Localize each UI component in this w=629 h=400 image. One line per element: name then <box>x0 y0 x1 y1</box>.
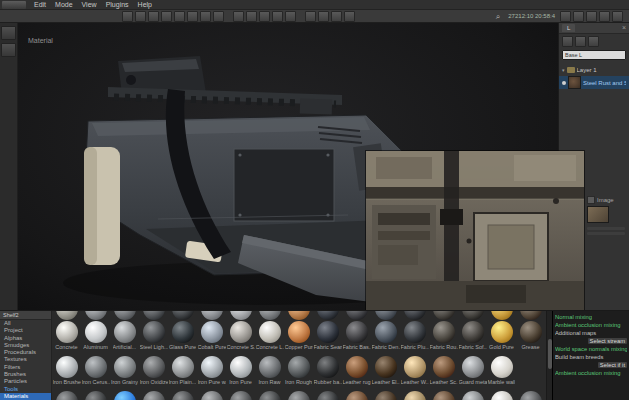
material-fabric-seam[interactable]: Fabric Seam... <box>313 321 342 350</box>
material-fabric-plu[interactable]: Fabric Plu... <box>400 321 429 350</box>
material-swatch-partial[interactable] <box>52 311 81 320</box>
material-leather-el[interactable]: Leather El... <box>371 356 400 385</box>
material-swatch-partial[interactable] <box>458 391 487 400</box>
material-iron-rough[interactable]: Iron Rough <box>284 356 313 385</box>
material-grease[interactable]: Grease <box>516 321 545 350</box>
material-guard-metal[interactable]: Guard metal <box>458 356 487 385</box>
material-marble-wall[interactable]: Marble wall <box>487 356 516 385</box>
snapshot-icon[interactable] <box>573 11 584 22</box>
material-fabric-sof[interactable]: Fabric Sof... <box>458 321 487 350</box>
menu-edit[interactable]: Edit <box>34 0 46 10</box>
material-swatch-partial[interactable] <box>197 391 226 400</box>
material-swatch-partial[interactable] <box>342 311 371 320</box>
material-swatch-partial[interactable] <box>226 311 255 320</box>
material-fabric-bas[interactable]: Fabric Bas... <box>342 321 371 350</box>
material-swatch-partial[interactable] <box>81 311 110 320</box>
menu-arrow-icon[interactable] <box>612 11 623 22</box>
shelf-item-materials[interactable]: Materials <box>0 393 51 400</box>
material-fabric-den[interactable]: Fabric Den... <box>371 321 400 350</box>
transform-tool[interactable] <box>1 26 16 40</box>
material-swatch-partial[interactable] <box>516 391 545 400</box>
material-copper-pure[interactable]: Copper Pure <box>284 321 313 350</box>
add-layer-icon[interactable] <box>562 36 573 47</box>
select-icon[interactable] <box>122 11 133 22</box>
tab-layers[interactable]: L <box>562 24 575 32</box>
remove-layer-icon[interactable] <box>588 36 599 47</box>
material-iron-oxidized[interactable]: Iron Oxidized <box>139 356 168 385</box>
reference-image-panel[interactable] <box>366 151 584 310</box>
material-iron-grainy[interactable]: Iron Grainy <box>110 356 139 385</box>
shelf-item-procedurals[interactable]: Procedurals <box>0 349 51 356</box>
shelf-item-project[interactable]: Project <box>0 327 51 334</box>
material-swatch-partial[interactable] <box>371 391 400 400</box>
menu-plugins[interactable]: Plugins <box>106 0 129 10</box>
fill-icon[interactable] <box>285 11 296 22</box>
expander-icon[interactable]: ▾ <box>562 67 565 73</box>
warp-icon[interactable] <box>174 11 185 22</box>
pin-icon[interactable] <box>187 11 198 22</box>
shelf-item-textures[interactable]: Textures <box>0 356 51 363</box>
panel-close-icon[interactable]: × <box>622 24 626 32</box>
material-swatch-partial[interactable] <box>429 391 458 400</box>
pen-icon[interactable] <box>586 11 597 22</box>
material-iron-pure-w[interactable]: Iron Pure w... <box>197 356 226 385</box>
add-group-icon[interactable] <box>575 36 586 47</box>
material-swatch-partial[interactable] <box>110 311 139 320</box>
material-swatch-partial[interactable] <box>284 311 313 320</box>
scale-icon[interactable] <box>161 11 172 22</box>
material-swatch-partial[interactable] <box>255 311 284 320</box>
material-swatch-partial[interactable] <box>429 311 458 320</box>
material-swatch-partial[interactable] <box>487 391 516 400</box>
eraser-icon[interactable] <box>246 11 257 22</box>
shelf-item-particles[interactable]: Particles <box>0 378 51 385</box>
symmetry-icon[interactable] <box>200 11 211 22</box>
mask-icon[interactable] <box>318 11 329 22</box>
material-swatch-partial[interactable] <box>458 311 487 320</box>
visibility-icon[interactable] <box>562 81 566 85</box>
shelf-item-tools[interactable]: Tools <box>0 386 51 393</box>
material-swatch-partial[interactable] <box>197 311 226 320</box>
material-swatch-partial[interactable] <box>516 311 545 320</box>
monitor-icon[interactable] <box>599 11 610 22</box>
material-rubber-ba[interactable]: Rubber ba... <box>313 356 342 385</box>
material-swatch-partial[interactable] <box>255 391 284 400</box>
cut-icon[interactable] <box>213 11 224 22</box>
move-icon[interactable] <box>135 11 146 22</box>
material-concrete[interactable]: Concrete <box>52 321 81 350</box>
material-swatch-partial[interactable] <box>168 391 197 400</box>
material-aluminum[interactable]: Aluminum <box>81 321 110 350</box>
material-leather-w[interactable]: Leather W... <box>400 356 429 385</box>
material-swatch-partial[interactable] <box>110 391 139 400</box>
material-swatch-partial[interactable] <box>400 391 429 400</box>
image-thumbnail[interactable] <box>587 206 609 223</box>
material-fabric-rou[interactable]: Fabric Rou... <box>429 321 458 350</box>
paint-tool[interactable] <box>1 43 16 57</box>
material-swatch-partial[interactable] <box>81 391 110 400</box>
material-artificial[interactable]: Artificial... <box>110 321 139 350</box>
grid-icon[interactable] <box>560 11 571 22</box>
menu-help[interactable]: Help <box>138 0 152 10</box>
material-swatch-partial[interactable] <box>371 311 400 320</box>
material-iron-raw[interactable]: Iron Raw <box>255 356 284 385</box>
material-steel-ligh[interactable]: Steel Ligh... <box>139 321 168 350</box>
material-leather-sc[interactable]: Leather Sc... <box>429 356 458 385</box>
material-concrete-l[interactable]: Concrete L... <box>255 321 284 350</box>
layer-row-group[interactable]: ▾ Layer 1 <box>559 63 629 76</box>
search-icon[interactable]: ⌕ <box>496 12 500 21</box>
material-glass-pure[interactable]: Glass Pure <box>168 321 197 350</box>
shelf-item-alphas[interactable]: Alphas <box>0 335 51 342</box>
material-swatch-partial[interactable] <box>168 311 197 320</box>
shelf-item-all[interactable]: All <box>0 320 51 327</box>
layer-row-paint[interactable]: Steel Rust and Sca <box>559 76 629 89</box>
shelf-item-filters[interactable]: Filters <box>0 364 51 371</box>
smudge-icon[interactable] <box>272 11 283 22</box>
rotate-icon[interactable] <box>148 11 159 22</box>
material-swatch-partial[interactable] <box>139 391 168 400</box>
material-swatch-partial[interactable] <box>139 311 168 320</box>
shelf-item-brushes[interactable]: Brushes <box>0 371 51 378</box>
light-icon[interactable] <box>344 11 355 22</box>
material-gold-pure[interactable]: Gold Pure <box>487 321 516 350</box>
material-concrete-s[interactable]: Concrete S... <box>226 321 255 350</box>
material-swatch-partial[interactable] <box>226 391 255 400</box>
material-swatch-partial[interactable] <box>313 391 342 400</box>
